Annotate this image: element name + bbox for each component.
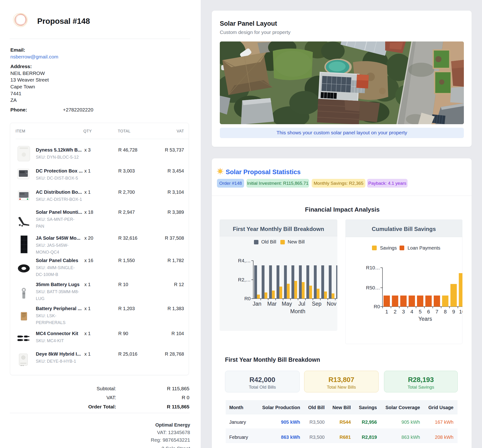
svg-text:Mar: Mar (267, 301, 277, 307)
svg-text:Jul: Jul (298, 301, 305, 307)
svg-text:6: 6 (427, 309, 430, 315)
svg-text:10: 10 (459, 309, 462, 315)
svg-text:Sep: Sep (312, 301, 322, 307)
svg-text:Month: Month (290, 308, 305, 314)
svg-text:2: 2 (394, 309, 396, 315)
svg-text:9: 9 (452, 309, 455, 315)
svg-text:R0: R0 (244, 296, 251, 301)
svg-text:5: 5 (419, 309, 421, 315)
svg-text:New Bill: New Bill (288, 239, 305, 244)
svg-text:Savings: Savings (380, 245, 397, 250)
svg-text:1: 1 (385, 309, 388, 315)
svg-text:Loan Payments: Loan Payments (408, 245, 440, 250)
svg-text:4: 4 (410, 309, 413, 315)
svg-text:3: 3 (402, 309, 405, 315)
svg-text:Jan: Jan (253, 301, 261, 307)
svg-text:Old Bill: Old Bill (261, 239, 276, 244)
svg-text:7: 7 (435, 309, 438, 315)
svg-text:R0: R0 (374, 304, 380, 309)
svg-text:R4,…: R4,… (238, 258, 251, 263)
svg-text:Years: Years (419, 316, 432, 322)
svg-text:R50…: R50… (366, 285, 380, 290)
svg-text:8: 8 (444, 309, 447, 315)
svg-text:May: May (282, 301, 292, 307)
svg-text:R10…: R10… (366, 265, 380, 270)
svg-text:Nov: Nov (327, 301, 336, 307)
svg-text:R2,…: R2,… (238, 277, 251, 282)
